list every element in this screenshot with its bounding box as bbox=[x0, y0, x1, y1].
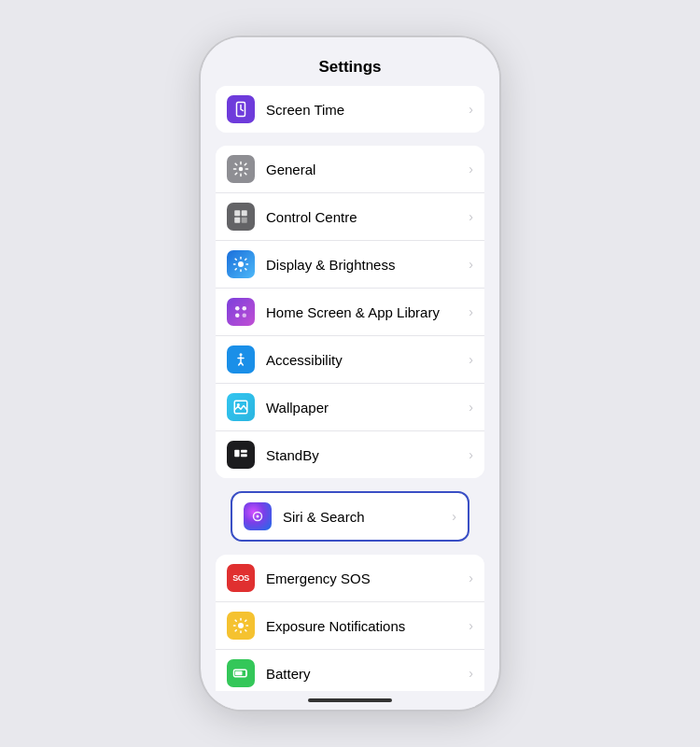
standby-chevron: › bbox=[469, 447, 473, 462]
row-emergency-sos[interactable]: SOS Emergency SOS › bbox=[216, 555, 484, 602]
display-brightness-label: Display & Brightness bbox=[266, 257, 469, 273]
svg-point-13 bbox=[237, 403, 240, 406]
general-label: General bbox=[266, 162, 469, 177]
siri-icon bbox=[244, 502, 272, 530]
phone-frame: Settings Screen Time › bbox=[201, 37, 499, 710]
page-title: Settings bbox=[201, 50, 499, 86]
row-siri-search[interactable]: Siri & Search › bbox=[231, 491, 469, 542]
wallpaper-chevron: › bbox=[469, 400, 473, 415]
battery-icon bbox=[227, 659, 255, 687]
exposure-notifications-label: Exposure Notifications bbox=[266, 618, 469, 634]
svg-point-8 bbox=[243, 306, 247, 311]
screen-time-icon bbox=[227, 95, 255, 123]
row-battery[interactable]: Battery › bbox=[216, 650, 484, 691]
display-brightness-chevron: › bbox=[469, 257, 473, 272]
svg-point-9 bbox=[235, 314, 240, 318]
siri-search-chevron: › bbox=[452, 509, 456, 524]
svg-point-18 bbox=[257, 515, 259, 518]
standby-icon bbox=[227, 441, 255, 469]
svg-point-7 bbox=[235, 306, 240, 311]
section-general-group: General › Control Centre › bbox=[216, 146, 484, 478]
general-icon bbox=[227, 155, 255, 183]
emergency-sos-chevron: › bbox=[469, 571, 473, 585]
home-screen-chevron: › bbox=[469, 304, 473, 319]
svg-point-10 bbox=[243, 314, 247, 318]
display-brightness-icon bbox=[227, 250, 255, 278]
svg-rect-15 bbox=[241, 450, 247, 453]
screen-time-label: Screen Time bbox=[266, 102, 469, 118]
accessibility-chevron: › bbox=[469, 352, 473, 367]
svg-point-19 bbox=[238, 623, 244, 628]
emergency-sos-label: Emergency SOS bbox=[266, 571, 469, 586]
svg-rect-4 bbox=[234, 218, 240, 223]
row-screen-time[interactable]: Screen Time › bbox=[216, 86, 484, 133]
svg-rect-21 bbox=[235, 671, 243, 676]
home-bar-indicator bbox=[308, 698, 392, 702]
control-centre-chevron: › bbox=[469, 209, 473, 224]
battery-label: Battery bbox=[266, 666, 469, 682]
scroll-content: Screen Time › General › bbox=[201, 86, 499, 691]
svg-rect-5 bbox=[242, 218, 247, 223]
svg-point-1 bbox=[239, 167, 244, 172]
exposure-notifications-chevron: › bbox=[469, 618, 473, 633]
section-emergency-group: SOS Emergency SOS › Exposure Notificatio… bbox=[216, 555, 484, 691]
status-bar bbox=[201, 37, 499, 50]
siri-search-label: Siri & Search bbox=[283, 509, 452, 525]
row-home-screen[interactable]: Home Screen & App Library › bbox=[216, 289, 484, 336]
svg-rect-2 bbox=[234, 210, 240, 216]
row-accessibility[interactable]: Accessibility › bbox=[216, 336, 484, 384]
accessibility-label: Accessibility bbox=[266, 352, 469, 368]
svg-point-6 bbox=[238, 261, 244, 267]
row-exposure-notifications[interactable]: Exposure Notifications › bbox=[216, 602, 484, 650]
battery-chevron: › bbox=[469, 666, 473, 681]
general-chevron: › bbox=[469, 162, 473, 176]
accessibility-icon bbox=[227, 345, 255, 374]
control-centre-label: Control Centre bbox=[266, 209, 469, 225]
svg-rect-14 bbox=[234, 450, 239, 458]
row-general[interactable]: General › bbox=[216, 146, 484, 193]
wallpaper-label: Wallpaper bbox=[266, 400, 469, 416]
row-control-centre[interactable]: Control Centre › bbox=[216, 193, 484, 241]
svg-point-11 bbox=[240, 353, 243, 356]
home-bar bbox=[201, 691, 499, 710]
control-centre-icon bbox=[227, 203, 255, 231]
home-screen-icon bbox=[227, 298, 255, 326]
exposure-icon bbox=[227, 612, 255, 640]
section-screen-time: Screen Time › bbox=[216, 86, 484, 133]
emergency-sos-icon: SOS bbox=[227, 564, 255, 592]
row-display-brightness[interactable]: Display & Brightness › bbox=[216, 241, 484, 289]
screen-time-chevron: › bbox=[469, 102, 473, 117]
emergency-sos-text: SOS bbox=[232, 573, 249, 583]
home-screen-label: Home Screen & App Library bbox=[266, 304, 469, 320]
standby-label: StandBy bbox=[266, 447, 469, 463]
svg-rect-3 bbox=[242, 210, 247, 216]
wallpaper-icon bbox=[227, 393, 255, 421]
row-standby[interactable]: StandBy › bbox=[216, 431, 484, 478]
svg-rect-16 bbox=[241, 454, 247, 457]
row-wallpaper[interactable]: Wallpaper › bbox=[216, 384, 484, 431]
